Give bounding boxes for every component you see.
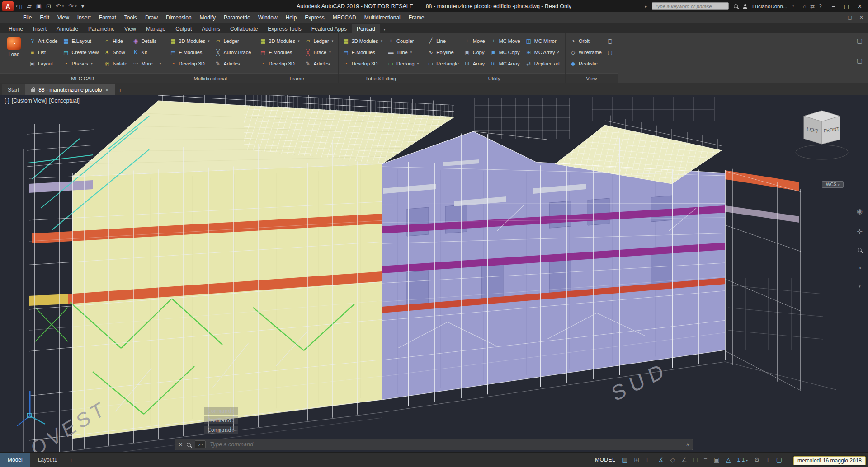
develop-3d-button[interactable]: ◔Develop 3D: [342, 58, 383, 69]
plot-icon[interactable]: ⊡: [46, 3, 51, 9]
replace-art-button[interactable]: ⇄Replace art.: [524, 58, 562, 69]
ribbon-tab-poncad[interactable]: Poncad: [352, 24, 380, 33]
articles-button[interactable]: ✎Articles...: [214, 58, 252, 69]
coupler-button[interactable]: +Coupler: [387, 35, 420, 47]
undo-icon-caret[interactable]: ▾: [62, 5, 64, 8]
develop-3d-button[interactable]: ◔Develop 3D: [259, 58, 300, 69]
e-modules-button[interactable]: ▤E.Modules: [169, 47, 210, 58]
help-icon[interactable]: ?: [819, 3, 822, 9]
isolate-button[interactable]: ◎Isolate: [103, 58, 128, 69]
file-tab-start[interactable]: Start: [2, 84, 25, 95]
copy-button[interactable]: ▣Copy: [463, 47, 486, 58]
annotation-visibility-icon[interactable]: △: [726, 457, 731, 463]
menu-dimension[interactable]: Dimension: [162, 12, 196, 23]
app-store-icon[interactable]: ⌂: [803, 3, 806, 9]
grid-display-icon[interactable]: ▦: [622, 457, 627, 463]
user-caret-icon[interactable]: ▾: [792, 5, 794, 8]
load-button[interactable]: ◔Load: [3, 35, 25, 73]
undo-icon[interactable]: ↶: [56, 3, 61, 9]
ribbon-tab-annotate[interactable]: Annotate: [52, 24, 83, 33]
command-line-dock[interactable]: ✕ >▾ ˄: [175, 439, 693, 450]
doc-close-button[interactable]: ✕: [859, 14, 863, 20]
new-layout-button[interactable]: +: [65, 457, 77, 463]
search-input[interactable]: [652, 2, 729, 10]
stay-connected-icon[interactable]: ⇄: [810, 3, 815, 9]
selection-cycling-icon[interactable]: ▣: [713, 457, 719, 463]
mc-mirror-button[interactable]: ◫MC Mirror: [524, 35, 562, 47]
menu-edit[interactable]: Edit: [36, 12, 53, 23]
command-input[interactable]: [210, 441, 682, 448]
restore-button[interactable]: ▢: [840, 0, 853, 12]
command-search-icon[interactable]: [187, 443, 191, 447]
redo-icon-caret[interactable]: ▾: [75, 5, 77, 8]
ledger-button[interactable]: ▱Ledger▾: [304, 35, 335, 47]
menu-format[interactable]: Format: [95, 12, 120, 23]
search-icon[interactable]: [734, 4, 738, 8]
mc-copy-button[interactable]: ▣MC Copy: [489, 47, 521, 58]
polar-tracking-icon[interactable]: ∡: [658, 457, 664, 463]
object-snap-icon[interactable]: □: [693, 457, 697, 463]
menu-modify[interactable]: Modify: [196, 12, 220, 23]
command-prompt-icon[interactable]: >▾: [195, 440, 206, 448]
move-button[interactable]: +Move: [463, 35, 486, 47]
kit-button[interactable]: KKit: [132, 47, 162, 58]
isodraft-icon[interactable]: ◇: [670, 457, 675, 463]
ribbon-tab-parametric[interactable]: Parametric: [83, 24, 119, 33]
model-space-toggle[interactable]: MODEL: [595, 457, 615, 463]
phases-button[interactable]: ◔Phases▾: [61, 58, 99, 69]
menu-multidirectional[interactable]: Multidirectional: [360, 12, 405, 23]
ribbon-tab-featured-apps[interactable]: Featured Apps: [307, 24, 352, 33]
menu-file[interactable]: File: [19, 12, 36, 23]
ribbon-tab-view[interactable]: View: [119, 24, 141, 33]
2d-modules-button[interactable]: ▦2D Modules▾: [342, 35, 383, 47]
ribbon-tab-collaborate[interactable]: Collaborate: [225, 24, 263, 33]
zoom-icon[interactable]: [858, 248, 862, 252]
viewport-canvas[interactable]: [0, 95, 868, 452]
create-view-button[interactable]: ▤Create View: [61, 47, 99, 58]
close-button[interactable]: ✕: [853, 0, 866, 12]
ribbon-tab-home[interactable]: Home: [4, 24, 28, 33]
more-button[interactable]: ⋯More...▾: [132, 58, 162, 69]
ribbon-tab-overflow-icon[interactable]: ▾: [380, 26, 389, 33]
menu-express[interactable]: Express: [301, 12, 328, 23]
autov-brace-button[interactable]: ╳AutoV.Brace: [214, 47, 252, 58]
mc-array-2-button[interactable]: ⊞MC Array 2: [524, 47, 562, 58]
ortho-mode-icon[interactable]: ∟: [646, 457, 652, 463]
annotation-monitor-icon[interactable]: +: [766, 457, 770, 463]
ribbon-tab-add-ins[interactable]: Add-ins: [197, 24, 225, 33]
command-collapse-icon[interactable]: ˄: [686, 442, 689, 447]
workspace-switching-icon[interactable]: ⚙: [754, 457, 760, 463]
line-button[interactable]: ╱Line: [426, 35, 460, 47]
e-modules-button[interactable]: ▤E.Modules: [259, 47, 300, 58]
view-manager-icon[interactable]: ▢: [606, 47, 614, 58]
menu-draw[interactable]: Draw: [141, 12, 162, 23]
wireframe-button[interactable]: ◇Wireframe: [569, 47, 603, 58]
orbit-button[interactable]: ◔Orbit: [569, 35, 603, 47]
viewport-layout-icon[interactable]: ▢: [857, 37, 863, 44]
snap-mode-icon[interactable]: ⊞: [634, 457, 639, 463]
2d-modules-button[interactable]: ▦2D Modules▾: [259, 35, 300, 47]
menu-view[interactable]: View: [53, 12, 73, 23]
menu-insert[interactable]: Insert: [73, 12, 95, 23]
develop-3d-button[interactable]: ◔Develop 3D: [169, 58, 210, 69]
viewport-view-control[interactable]: [Custom View]: [12, 98, 47, 104]
pan-icon[interactable]: ✛: [857, 228, 863, 236]
viewport-visual-style-control[interactable]: [Conceptual]: [49, 98, 80, 104]
view-cube[interactable]: LEFT FRONT: [788, 104, 856, 163]
e-layout-button[interactable]: ▦E.Layout: [61, 35, 99, 47]
autocad-logo[interactable]: A: [2, 1, 14, 11]
details-button[interactable]: ◉Details: [132, 35, 162, 47]
menu-help[interactable]: Help: [282, 12, 301, 23]
annotation-scale-button[interactable]: 1:1 ▾: [737, 457, 748, 463]
art-code-button[interactable]: ?Art.Code: [28, 35, 58, 47]
viewport-minimize-control[interactable]: [-]: [5, 98, 9, 104]
menu-meccad[interactable]: MECCAD: [329, 12, 360, 23]
realistic-button[interactable]: ◆Realistic: [569, 58, 603, 69]
polyline-button[interactable]: ∿Polyline: [426, 47, 460, 58]
hardware-acceleration-icon[interactable]: ▢: [776, 457, 782, 463]
wcs-selector[interactable]: WCS ▾: [822, 181, 844, 188]
articles-button[interactable]: ✎Articles...: [304, 58, 335, 69]
tube-button[interactable]: ▬Tube▾: [387, 47, 420, 58]
command-close-icon[interactable]: ✕: [179, 442, 183, 448]
doc-minimize-button[interactable]: –: [837, 14, 840, 20]
